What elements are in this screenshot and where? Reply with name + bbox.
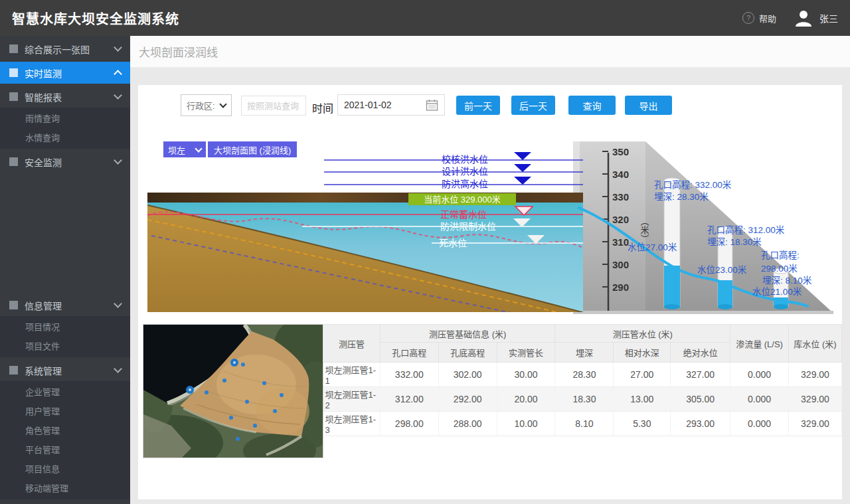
elevation-label: 350 [612, 146, 629, 157]
sidebar-item-smart-reports[interactable]: 智能报表 [0, 86, 130, 108]
cell: 293.00 [671, 412, 730, 436]
cell: 332.00 [380, 363, 438, 387]
chevron-down-icon [114, 299, 122, 308]
help-icon[interactable]: ? [742, 12, 754, 24]
cell: 312.00 [380, 387, 438, 412]
next-day-button[interactable]: 后一天 [511, 96, 555, 115]
col-bottom-elev: 孔底高程 [438, 343, 497, 363]
header-actions: ? 帮助 张三 [742, 9, 838, 27]
pipe2-level-label: 水位23.00米 [697, 265, 747, 275]
check-flood-level-label: 校核洪水位 [442, 154, 488, 165]
prev-day-button[interactable]: 前一天 [456, 96, 500, 115]
page-title: 大坝剖面浸润线 [139, 43, 218, 60]
col-relative-depth: 相对水深 [614, 343, 671, 363]
sidebar-item-realtime-monitor[interactable]: 实时监测 [0, 62, 130, 84]
cell: 288.00 [438, 412, 497, 436]
table-row: 坝左测压管1-3 298.00 288.00 10.00 8.10 5.30 2… [323, 412, 842, 436]
help-link[interactable]: 帮助 [759, 12, 776, 25]
cell: 5.30 [614, 412, 671, 436]
dam-satellite-image [143, 324, 323, 458]
pipe-name: 坝左测压管1-1 [323, 363, 381, 387]
design-flood-level-label: 设计洪水位 [442, 166, 488, 177]
user-menu[interactable]: 张三 [794, 9, 838, 27]
query-button[interactable]: 查询 [568, 96, 616, 115]
app-header: 智慧水库大坝安全监测系统 ? 帮助 张三 [0, 0, 850, 36]
cell: 13.00 [614, 387, 671, 412]
sidebar-item-mobile-mgmt[interactable]: 移动端管理 [0, 479, 130, 498]
pipe3-level-label: 水位21.00米 [752, 287, 802, 297]
cell: 8.10 [555, 412, 614, 436]
col-seepage: 渗流量 (L/S) [730, 325, 789, 363]
sidebar-group-smart-reports: 雨情查询 水情查询 [0, 108, 130, 149]
elevation-label: 310 [612, 236, 629, 248]
sidebar-item-system-mgmt[interactable]: 系统管理 [0, 359, 130, 381]
sidebar-spacer [0, 173, 130, 292]
chevron-down-icon [114, 91, 122, 100]
region-select[interactable]: 行政区: [181, 94, 232, 116]
pipe2-depth-label: 埋深: 18.30米 [707, 237, 762, 247]
col-absolute-level: 绝对水位 [671, 343, 730, 363]
date-input[interactable]: 2021-01-02 [337, 94, 445, 116]
sidebar-item-safety-monitor[interactable]: 安全监测 [0, 151, 130, 173]
col-pipe: 测压管 [323, 325, 381, 363]
dead-level-label: 死水位 [439, 238, 467, 248]
cell: 0.000 [730, 363, 789, 387]
sidebar-item-overview-map[interactable]: 综合展示一张图 [0, 38, 130, 60]
elevation-label: 320 [612, 214, 629, 225]
cell: 0.000 [730, 387, 789, 412]
piezometer-table: 测压管 测压管基础信息 (米) 测压管水位 (米) 渗流量 (L/S) 库水位 … [323, 324, 842, 436]
calendar-icon [426, 99, 438, 112]
col-burial-depth: 埋深 [555, 343, 614, 363]
app-title: 智慧水库大坝安全监测系统 [12, 9, 179, 28]
cell: 327.00 [671, 363, 730, 387]
elevation-label: 330 [612, 191, 629, 203]
pipe-name: 坝左测压管1-3 [323, 412, 381, 436]
elevation-label: 340 [612, 169, 629, 180]
sidebar-item-rain-query[interactable]: 雨情查询 [0, 109, 130, 128]
pipe1-level-label: 水位27.00米 [628, 242, 677, 252]
sidebar-item-water-query[interactable]: 水情查询 [0, 128, 130, 147]
sidebar-item-project-files[interactable]: 项目文件 [0, 337, 130, 356]
pipe3-orifice-label-1: 孔口高程: [761, 250, 800, 260]
pipe3-orifice-label-2: 298.00米 [761, 264, 798, 274]
menu-square-icon [9, 301, 18, 309]
sidebar-item-info-mgmt[interactable]: 信息管理 [0, 294, 130, 316]
sidebar: 综合展示一张图 实时监测 智能报表 雨情查询 水情查询 安全监测 信息管理 [0, 36, 130, 504]
cell: 10.00 [497, 412, 555, 436]
sidebar-item-label: 系统管理 [25, 364, 62, 377]
menu-square-icon [9, 68, 18, 77]
station-search-input[interactable] [241, 96, 306, 116]
chevron-down-icon [114, 43, 122, 52]
sidebar-item-enterprise-mgmt[interactable]: 企业管理 [0, 382, 130, 402]
sidebar-item-label: 智能报表 [25, 90, 62, 104]
sidebar-item-role-mgmt[interactable]: 角色管理 [0, 421, 130, 440]
current-level-text: 当前水位 329.000米 [424, 195, 501, 205]
col-group-level: 测压管水位 (米) [555, 325, 730, 343]
menu-square-icon [9, 366, 18, 375]
time-label: 时间 [312, 100, 333, 116]
cell: 305.00 [671, 387, 730, 412]
menu-square-icon [9, 92, 18, 101]
sidebar-item-label: 实时监测 [25, 66, 62, 80]
elevation-label: 290 [612, 282, 629, 293]
chevron-down-icon [114, 156, 122, 165]
export-button[interactable]: 导出 [625, 96, 672, 115]
sidebar-item-user-mgmt[interactable]: 用户管理 [0, 402, 130, 421]
pipe1-orifice-label: 孔口高程: 332.00米 [654, 179, 732, 190]
cell: 329.00 [789, 363, 842, 387]
sidebar-item-platform-mgmt[interactable]: 平台管理 [0, 440, 130, 460]
normal-level-label: 正常蓄水位 [440, 209, 487, 220]
sidebar-item-project-info[interactable]: 项目信息 [0, 460, 130, 479]
sidebar-item-label: 信息管理 [25, 299, 62, 312]
col-orifice-elev: 孔口高程 [380, 343, 438, 363]
main-panel: 行政区: 时间 2021-01-02 前一天 后一天 查询 导出 [138, 85, 842, 499]
table-row: 坝左测压管1-1 332.00 302.00 30.00 28.30 27.00… [323, 363, 842, 387]
cell: 298.00 [380, 412, 438, 436]
cell: 292.00 [438, 387, 497, 412]
avatar-icon [794, 9, 813, 27]
pipe3-depth-label: 埋深: 8.10米 [762, 276, 812, 286]
reservoir-photo [147, 193, 584, 326]
sidebar-group-info-mgmt: 项目情况 项目文件 [0, 316, 130, 357]
sidebar-item-project-status[interactable]: 项目情况 [0, 317, 130, 337]
cell: 20.00 [497, 387, 555, 412]
